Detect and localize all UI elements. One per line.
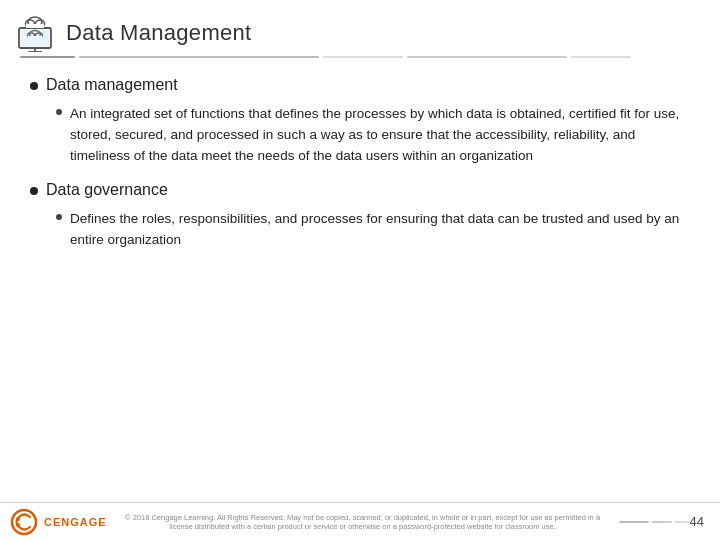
footer-copyright: © 2018 Cengage Learning. All Rights Rese… (107, 513, 619, 531)
bullet-text-data-management: An integrated set of functions that defi… (70, 104, 690, 167)
bullet-label-data-governance: Data governance (46, 181, 168, 199)
bullet-data-governance: Data governance (30, 181, 690, 199)
slide-container: Data Management Data management An integ… (0, 0, 720, 540)
svg-rect-11 (28, 36, 43, 39)
header: Data Management (0, 0, 720, 52)
footer-logo: CENGAGE (10, 508, 107, 536)
bullet-dot-1 (30, 82, 38, 90)
bullet-dot-2-sub (56, 214, 62, 220)
header-decoration (20, 56, 700, 58)
content-area: Data management An integrated set of fun… (0, 58, 720, 275)
footer-decoration-lines (619, 521, 690, 523)
svg-point-13 (16, 517, 20, 521)
svg-rect-6 (26, 24, 44, 28)
footer-brand-name: CENGAGE (44, 516, 107, 528)
bullet-dot-2 (30, 187, 38, 195)
bullet-sub-data-governance: Defines the roles, responsibilities, and… (56, 209, 690, 251)
bullet-label-data-management: Data management (46, 76, 178, 94)
bullet-dot-1-sub (56, 109, 62, 115)
footer: CENGAGE © 2018 Cengage Learning. All Rig… (0, 502, 720, 540)
footer-page-number: 44 (690, 514, 704, 529)
bullet-sub-data-management: An integrated set of functions that defi… (56, 104, 690, 167)
bullet-data-governance-sub: Defines the roles, responsibilities, and… (56, 209, 690, 251)
svg-point-14 (16, 523, 20, 527)
cengage-logo-icon (10, 508, 38, 536)
bullet-data-management-sub: An integrated set of functions that defi… (56, 104, 690, 167)
page-title: Data Management (66, 20, 252, 46)
cloud-monitor-icon (14, 14, 56, 52)
bullet-data-management: Data management (30, 76, 690, 94)
bullet-text-data-governance: Defines the roles, responsibilities, and… (70, 209, 690, 251)
